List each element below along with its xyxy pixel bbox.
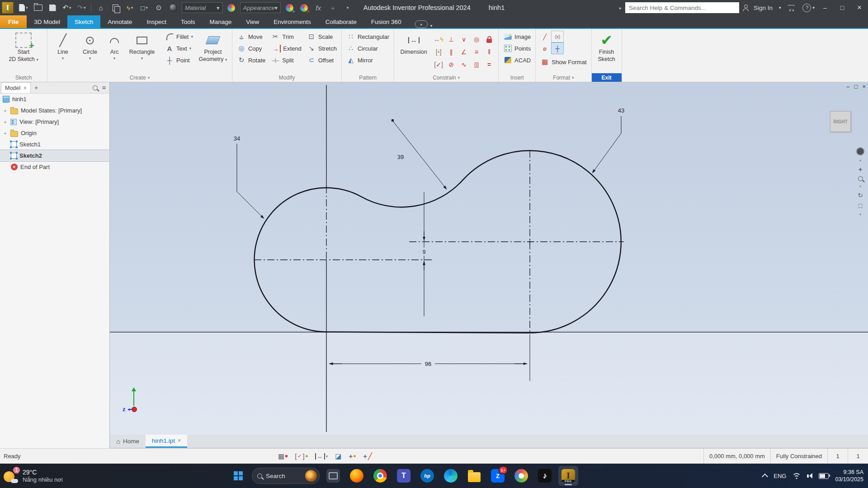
ribbon-options-caret[interactable]: ▾ bbox=[430, 23, 433, 28]
tree-item-end-of-part[interactable]: ×End of Part bbox=[0, 161, 109, 173]
appearance-wheel-button[interactable] bbox=[224, 2, 239, 14]
tree-item-root[interactable]: hinh1 bbox=[0, 94, 109, 105]
finish-sketch-button[interactable]: ✔ Finish Sketch bbox=[594, 31, 619, 73]
trim-button[interactable]: ✂Trim bbox=[269, 31, 303, 42]
parameters-button[interactable]: fx bbox=[311, 2, 326, 14]
navigation-wheel-icon[interactable] bbox=[856, 147, 864, 155]
tab-collaborate[interactable]: Collaborate bbox=[318, 15, 364, 28]
adjust-appearance-button[interactable] bbox=[282, 2, 297, 14]
taskbar-app-window[interactable] bbox=[323, 466, 343, 486]
taskbar-app-file-explorer[interactable] bbox=[464, 466, 484, 486]
insert-points-button[interactable]: Points bbox=[501, 42, 533, 54]
close-browser-tab-icon[interactable]: × bbox=[24, 85, 27, 91]
open-file-button[interactable] bbox=[31, 2, 45, 14]
insert-acad-button[interactable]: ACAD bbox=[501, 54, 533, 66]
coincident-constraint-button[interactable]: ∨ bbox=[458, 33, 470, 46]
tab-tools[interactable]: Tools bbox=[174, 15, 203, 28]
help-search-input[interactable] bbox=[625, 2, 739, 13]
appearance-dropdown[interactable]: Appearance▾ bbox=[240, 2, 281, 13]
tree-item-model-states[interactable]: +Model States: [Primary] bbox=[0, 105, 109, 116]
centerline-toggle-button[interactable]: ⌀ bbox=[538, 42, 551, 54]
taskbar-app-hp[interactable]: hp bbox=[417, 466, 437, 486]
dimension-43[interactable]: 43 bbox=[618, 107, 624, 114]
tab-annotate[interactable]: Annotate bbox=[100, 15, 139, 28]
text-button[interactable]: AText▾ bbox=[163, 42, 195, 54]
doc-minimize-icon[interactable]: – bbox=[846, 83, 849, 90]
new-file-button[interactable]: ▾ bbox=[16, 2, 31, 14]
taskbar-search[interactable]: Search bbox=[252, 468, 320, 484]
select-tool-button[interactable]: ⊙ bbox=[151, 2, 166, 14]
auto-dimension-button[interactable]: ↔ϟ bbox=[432, 33, 445, 46]
minimize-button[interactable]: – bbox=[818, 2, 832, 14]
line-button[interactable]: ╱ Line▾ bbox=[50, 31, 75, 73]
expand-icon[interactable]: + bbox=[3, 119, 8, 125]
tab-3d-model[interactable]: 3D Model bbox=[27, 15, 67, 28]
wifi-icon[interactable] bbox=[793, 473, 801, 479]
zoom-icon[interactable] bbox=[858, 176, 863, 181]
show-format-button[interactable]: ▦Show Format bbox=[538, 56, 588, 68]
tab-environments[interactable]: Environments bbox=[266, 15, 318, 28]
format-panel-label[interactable]: Format▾ bbox=[536, 73, 591, 82]
restore-button[interactable]: □ bbox=[835, 2, 849, 14]
tab-file[interactable]: File bbox=[0, 15, 27, 28]
dimension-34[interactable]: 34 bbox=[234, 135, 240, 142]
material-dropdown[interactable]: Material▾ bbox=[182, 2, 223, 13]
offset-button[interactable]: ⊂Offset bbox=[305, 54, 339, 66]
view-cube[interactable]: RIGHT bbox=[830, 111, 851, 132]
look-at-icon[interactable]: □ bbox=[859, 202, 862, 209]
tab-inspect[interactable]: Inspect bbox=[139, 15, 174, 28]
fillet-button[interactable]: Fillet▾ bbox=[163, 31, 195, 42]
mirror-button[interactable]: ◭Mirror bbox=[344, 54, 391, 66]
tab-view[interactable]: View bbox=[239, 15, 266, 28]
taskbar-app-tiktok[interactable]: ♪ bbox=[535, 466, 555, 486]
snap-to-grid-toggle[interactable]: ▦ bbox=[278, 452, 288, 460]
dimension-96[interactable]: 96 bbox=[425, 361, 431, 367]
taskbar-app-inventor[interactable]: I bbox=[558, 466, 578, 486]
redo-button[interactable]: ↷▾ bbox=[74, 2, 89, 14]
screen-capture-button[interactable]: □▾ bbox=[137, 2, 151, 14]
ribbon-collapse-button[interactable]: ▴ bbox=[415, 20, 428, 28]
dimension-43-leader[interactable] bbox=[592, 116, 621, 173]
navbar-caret[interactable]: ▾ bbox=[859, 184, 861, 188]
browser-search-icon[interactable] bbox=[93, 85, 98, 90]
update-button[interactable]: ϟ▾ bbox=[123, 2, 137, 14]
dimension-button[interactable]: ↔ Dimension bbox=[397, 31, 430, 73]
add-command-button[interactable]: + bbox=[326, 2, 340, 14]
parallel-constraint-button[interactable]: ∥ bbox=[445, 46, 458, 58]
equal-constraint-button[interactable]: = bbox=[483, 58, 495, 71]
dimension-39[interactable]: 39 bbox=[397, 154, 404, 160]
new-window-button[interactable] bbox=[108, 2, 123, 14]
taskbar-app-teams[interactable]: T bbox=[394, 466, 414, 486]
constraint-status-toggle[interactable]: +╱ bbox=[363, 452, 372, 460]
close-document-icon[interactable]: × bbox=[178, 437, 181, 444]
vertical-constraint-button[interactable]: ‖ bbox=[483, 46, 495, 58]
tab-fusion-360[interactable]: Fusion 360 bbox=[364, 15, 409, 28]
tree-item-origin[interactable]: +Origin bbox=[0, 127, 109, 139]
graphics-canvas[interactable]: 34 39 43 9 96 – □ × bbox=[110, 82, 868, 435]
concentric-constraint-button[interactable]: ◎ bbox=[470, 33, 483, 46]
insert-panel-label[interactable]: Insert bbox=[499, 73, 535, 82]
tree-item-sketch2[interactable]: Sketch2 bbox=[0, 150, 109, 161]
weather-widget[interactable]: 1 29°C Nắng nhiều nơi bbox=[4, 465, 63, 486]
create-panel-label[interactable]: Create▾ bbox=[47, 73, 232, 82]
search-expand-icon[interactable]: ▸ bbox=[619, 5, 622, 10]
taskbar-clock[interactable]: 9:36 SA 03/10/2025 bbox=[835, 469, 863, 483]
close-button[interactable]: × bbox=[853, 2, 866, 14]
clear-appearance-button[interactable] bbox=[297, 2, 311, 14]
save-button[interactable] bbox=[45, 2, 60, 14]
tab-hinh1-ipt[interactable]: hinh1.ipt × bbox=[146, 435, 187, 448]
sign-in-button[interactable]: Sign In ▾ bbox=[743, 5, 781, 11]
smooth-constraint-button[interactable]: ∿ bbox=[458, 58, 470, 71]
undo-button[interactable]: ↶▾ bbox=[60, 2, 74, 14]
slice-graphics-toggle[interactable]: ◪ bbox=[335, 452, 341, 460]
expand-icon[interactable]: + bbox=[3, 131, 8, 136]
ground-constraint-button[interactable]: ≡ bbox=[470, 46, 483, 58]
point-button[interactable]: ┼Point bbox=[163, 54, 195, 66]
insert-image-button[interactable]: Image bbox=[501, 31, 533, 42]
tab-home[interactable]: ⌂ Home bbox=[110, 435, 146, 448]
customize-toolbar-caret[interactable]: ▾ bbox=[340, 2, 354, 14]
taskbar-app-firefox[interactable] bbox=[347, 466, 367, 486]
taskbar-app-coccoc[interactable] bbox=[511, 466, 531, 486]
move-button[interactable]: ↔↕Move bbox=[235, 31, 267, 42]
constrain-panel-label[interactable]: Constrain▾ bbox=[394, 73, 498, 82]
